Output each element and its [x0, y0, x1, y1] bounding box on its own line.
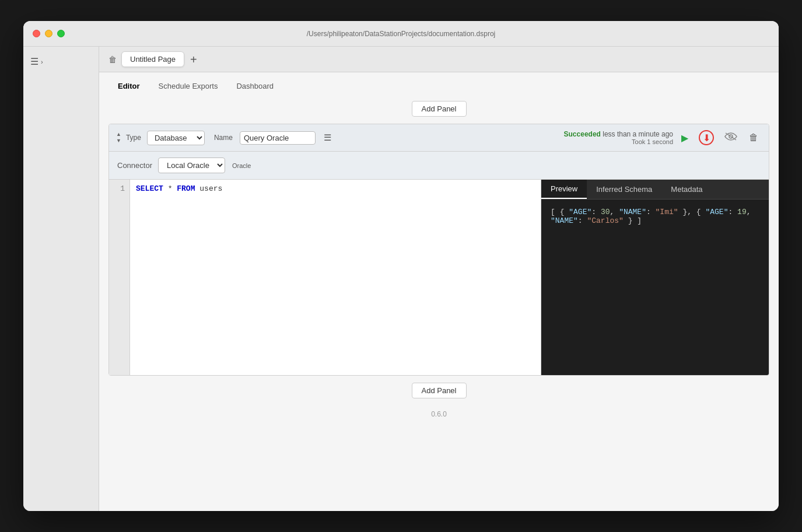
name-label: Name [214, 134, 233, 142]
nav-tab-schedule-exports[interactable]: Schedule Exports [149, 78, 227, 94]
connector-select[interactable]: Local Oracle [158, 158, 225, 173]
code-content[interactable]: SELECT * FROM users [130, 180, 541, 375]
panel-delete-button[interactable]: 🗑 [745, 131, 762, 144]
titlebar: /Users/philipeaton/DataStationProjects/d… [23, 21, 779, 47]
tab-delete-button[interactable]: 🗑 [106, 52, 119, 66]
panel-menu-button[interactable]: ☰ [320, 131, 335, 144]
window-title: /Users/philipeaton/DataStationProjects/d… [307, 30, 496, 38]
add-tab-button[interactable]: + [187, 52, 201, 66]
panel-order-arrows: ▲ ▼ [116, 131, 121, 144]
tab-bar: 🗑 Untitled Page + [99, 47, 779, 72]
connector-type-label: Oracle [232, 162, 251, 169]
nav-tab-dashboard[interactable]: Dashboard [227, 78, 283, 94]
line-number-1: 1 [114, 184, 125, 193]
nav-tabs: Editor Schedule Exports Dashboard [99, 72, 779, 94]
add-panel-top-button[interactable]: Add Panel [412, 101, 467, 117]
workspace: Add Panel ▲ ▼ Type Database HTTP File [99, 94, 779, 511]
type-label: Type [126, 134, 141, 142]
page-area: 🗑 Untitled Page + Editor Schedule Export… [99, 47, 779, 511]
connector-label: Connector [117, 161, 152, 170]
results-panel: Preview Inferred Schema Metadata [ { "AG… [541, 180, 769, 375]
status-detail: Took 1 second [564, 138, 673, 145]
code-editor: 1 SELECT * FROM users [109, 180, 541, 375]
sidebar: ☰ › [23, 47, 99, 511]
sidebar-list-icon: ☰ [30, 56, 38, 67]
line-numbers: 1 [109, 180, 130, 375]
results-content: [ { "AGE": 30, "NAME": "Imi" }, { "AGE":… [541, 200, 769, 375]
nav-tab-editor[interactable]: Editor [108, 78, 149, 94]
maximize-button[interactable] [57, 30, 65, 37]
run-icon: ▶ [681, 132, 688, 144]
status-suffix: less than a minute ago [603, 130, 673, 138]
version-text: 0.6.0 [431, 405, 447, 423]
panel-down-arrow[interactable]: ▼ [116, 138, 121, 144]
results-tabs: Preview Inferred Schema Metadata [541, 180, 769, 200]
status-success-text: Succeeded [564, 130, 601, 138]
app-window: /Users/philipeaton/DataStationProjects/d… [23, 21, 779, 511]
panel-download-button[interactable]: ⬇ [696, 129, 716, 146]
minimize-button[interactable] [45, 30, 52, 37]
sidebar-toggle[interactable]: ☰ › [23, 51, 99, 72]
main-content: ☰ › 🗑 Untitled Page + Editor Schedule Ex… [23, 47, 779, 511]
add-panel-bottom-button[interactable]: Add Panel [412, 383, 467, 398]
sidebar-chevron-icon: › [41, 58, 43, 65]
panel-header: ▲ ▼ Type Database HTTP File JavaScript N… [109, 124, 769, 152]
hide-icon [724, 132, 737, 144]
panel-name-input[interactable] [240, 131, 316, 145]
active-tab[interactable]: Untitled Page [121, 51, 184, 67]
panel-connector-row: Connector Local Oracle Oracle [109, 152, 769, 180]
panel-status: Succeeded less than a minute ago Took 1 … [564, 130, 673, 145]
traffic-lights [33, 30, 65, 37]
close-button[interactable] [33, 30, 40, 37]
panel-run-button[interactable]: ▶ [678, 131, 692, 145]
results-tab-metadata[interactable]: Metadata [661, 180, 712, 199]
results-tab-preview[interactable]: Preview [541, 180, 587, 199]
panel-up-arrow[interactable]: ▲ [116, 131, 121, 138]
query-panel: ▲ ▼ Type Database HTTP File JavaScript N… [108, 124, 769, 376]
delete-icon: 🗑 [749, 132, 758, 143]
panel-body: 1 SELECT * FROM users Preview [109, 180, 769, 375]
panel-hide-button[interactable] [721, 131, 741, 145]
results-tab-inferred-schema[interactable]: Inferred Schema [587, 180, 661, 199]
panel-type-select[interactable]: Database HTTP File JavaScript [147, 131, 205, 145]
download-icon: ⬇ [699, 130, 714, 145]
